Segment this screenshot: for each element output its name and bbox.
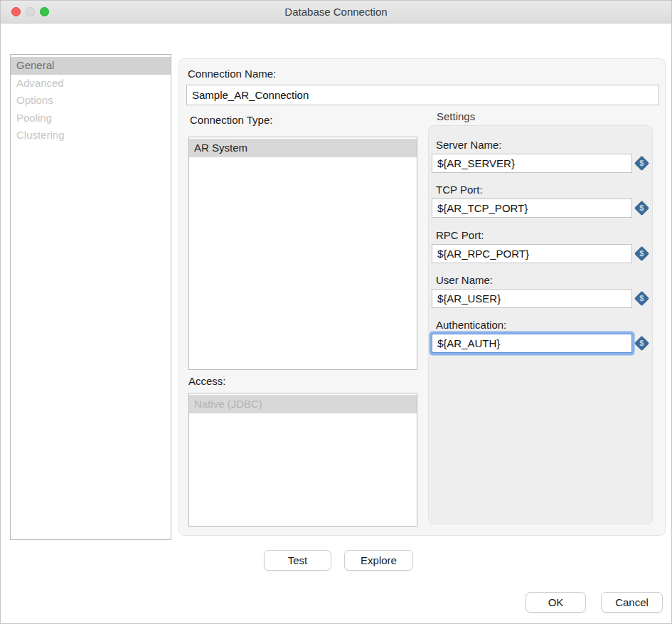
access-list[interactable]: Native (JDBC) [188, 393, 417, 527]
tcp-port-row: TCP Port: $ [432, 184, 648, 218]
variable-substitution-icon[interactable]: $ [634, 156, 649, 171]
sidebar-item-pooling[interactable]: Pooling [11, 110, 171, 127]
general-settings-panel: Connection Name: Connection Type: AR Sys… [178, 58, 666, 536]
variable-substitution-icon[interactable]: $ [634, 201, 649, 216]
authentication-label: Authentication: [436, 319, 648, 331]
test-button[interactable]: Test [264, 550, 331, 571]
sidebar-item-advanced[interactable]: Advanced [11, 75, 171, 92]
connection-type-label: Connection Type: [190, 114, 272, 126]
variable-substitution-icon[interactable]: $ [634, 291, 649, 306]
authentication-input[interactable] [432, 334, 632, 353]
user-name-label: User Name: [436, 274, 648, 286]
rpc-port-label: RPC Port: [436, 229, 648, 241]
tcp-port-input[interactable] [432, 199, 632, 218]
variable-substitution-icon[interactable]: $ [634, 246, 649, 261]
connection-name-label: Connection Name: [188, 68, 276, 80]
explore-button[interactable]: Explore [344, 550, 413, 571]
title-bar[interactable]: Database Connection [1, 1, 671, 23]
server-name-label: Server Name: [436, 139, 648, 151]
connection-name-input[interactable] [186, 85, 659, 105]
variable-substitution-icon[interactable]: $ [634, 336, 649, 351]
sidebar-item-clustering[interactable]: Clustering [11, 127, 171, 144]
rpc-port-input[interactable] [432, 244, 632, 263]
sidebar-item-general[interactable]: General [11, 57, 171, 75]
settings-group-title: Settings [437, 110, 475, 122]
dollar-glyph: $ [639, 295, 644, 302]
server-name-row: Server Name: $ [432, 139, 648, 173]
connection-type-item-ar-system[interactable]: AR System [189, 139, 417, 157]
ok-button[interactable]: OK [526, 592, 586, 613]
connection-type-list[interactable]: AR System [188, 137, 417, 370]
sidebar-item-options[interactable]: Options [11, 92, 171, 110]
user-name-input[interactable] [432, 289, 632, 308]
tcp-port-label: TCP Port: [436, 184, 648, 196]
authentication-row: Authentication: $ [432, 319, 648, 353]
settings-group: Server Name: $ TCP Port: $ RPC Port: $ [428, 125, 653, 524]
server-name-input[interactable] [432, 154, 632, 173]
category-list: General Advanced Options Pooling Cluster… [10, 54, 171, 540]
dollar-glyph: $ [639, 159, 644, 167]
cancel-button[interactable]: Cancel [601, 592, 663, 613]
user-name-row: User Name: $ [432, 274, 648, 308]
access-label: Access: [188, 375, 226, 387]
database-connection-dialog: Database Connection General Advanced Opt… [0, 0, 672, 624]
dollar-glyph: $ [639, 204, 644, 212]
rpc-port-row: RPC Port: $ [432, 229, 648, 263]
window-title: Database Connection [1, 6, 671, 18]
dollar-glyph: $ [639, 250, 644, 258]
access-item-native-jdbc[interactable]: Native (JDBC) [189, 395, 417, 413]
dollar-glyph: $ [639, 339, 644, 347]
